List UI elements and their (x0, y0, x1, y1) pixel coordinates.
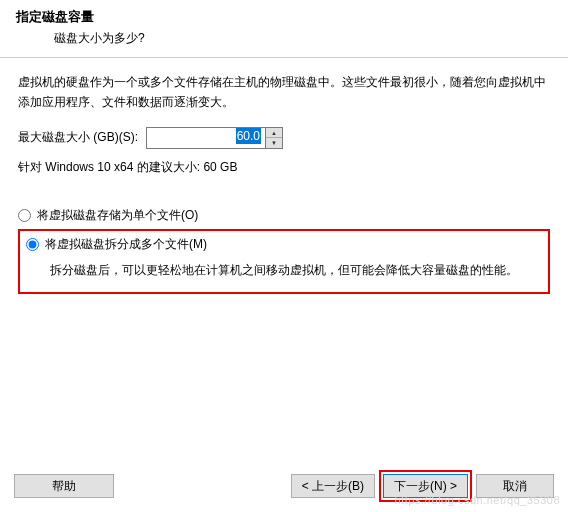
radio-split-file[interactable]: 将虚拟磁盘拆分成多个文件(M) (26, 233, 542, 256)
spinner-up-icon[interactable]: ▲ (266, 128, 282, 139)
back-button[interactable]: < 上一步(B) (291, 474, 375, 498)
radio-single-label: 将虚拟磁盘存储为单个文件(O) (37, 207, 198, 224)
highlight-next-button: 下一步(N) > (379, 470, 472, 502)
page-title: 指定磁盘容量 (16, 8, 552, 26)
recommend-text: 针对 Windows 10 x64 的建议大小: 60 GB (18, 159, 550, 176)
highlight-split-option: 将虚拟磁盘拆分成多个文件(M) 拆分磁盘后，可以更轻松地在计算机之间移动虚拟机，… (18, 229, 550, 294)
split-description: 拆分磁盘后，可以更轻松地在计算机之间移动虚拟机，但可能会降低大容量磁盘的性能。 (26, 260, 542, 280)
radio-single-file[interactable]: 将虚拟磁盘存储为单个文件(O) (18, 204, 550, 227)
cancel-button[interactable]: 取消 (476, 474, 554, 498)
disk-size-spinner[interactable]: 60.0 ▲ ▼ (146, 127, 283, 149)
description-text: 虚拟机的硬盘作为一个或多个文件存储在主机的物理磁盘中。这些文件最初很小，随着您向… (18, 72, 550, 113)
disk-size-input[interactable]: 60.0 (146, 127, 266, 149)
spinner-down-icon[interactable]: ▼ (266, 138, 282, 148)
disk-size-label: 最大磁盘大小 (GB)(S): (18, 129, 138, 146)
radio-single-input[interactable] (18, 209, 31, 222)
next-button[interactable]: 下一步(N) > (383, 474, 468, 498)
page-subtitle: 磁盘大小为多少? (16, 30, 552, 47)
radio-split-label: 将虚拟磁盘拆分成多个文件(M) (45, 236, 207, 253)
radio-split-input[interactable] (26, 238, 39, 251)
help-button[interactable]: 帮助 (14, 474, 114, 498)
